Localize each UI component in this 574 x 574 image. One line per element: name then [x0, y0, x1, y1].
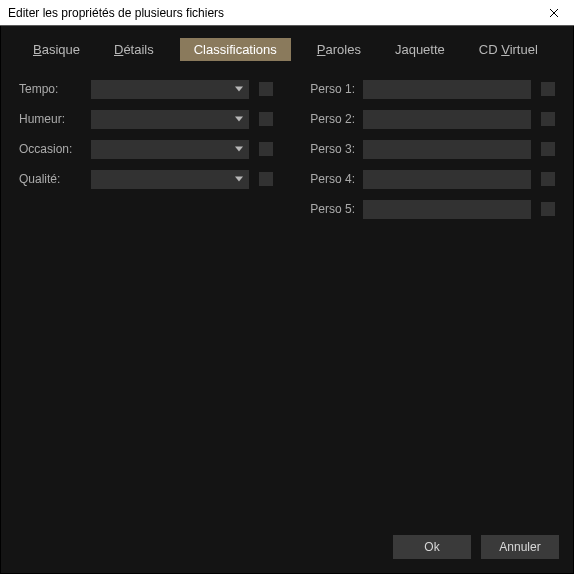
tab-bar: Basique Détails Classifications Paroles …: [1, 26, 573, 71]
label-humeur: Humeur:: [19, 112, 91, 126]
checkbox-humeur[interactable]: [259, 112, 273, 126]
right-column: Perso 1: Perso 2: Perso 3: Perso 4: Pers: [301, 79, 555, 525]
select-humeur[interactable]: [91, 110, 249, 129]
label-perso5: Perso 5:: [301, 202, 363, 216]
tab-classifications[interactable]: Classifications: [180, 38, 291, 61]
row-perso1: Perso 1:: [301, 79, 555, 99]
chevron-down-icon: [235, 117, 243, 122]
label-occasion: Occasion:: [19, 142, 91, 156]
row-perso3: Perso 3:: [301, 139, 555, 159]
input-perso1[interactable]: [363, 80, 531, 99]
checkbox-qualite[interactable]: [259, 172, 273, 186]
row-perso5: Perso 5:: [301, 199, 555, 219]
checkbox-tempo[interactable]: [259, 82, 273, 96]
label-qualite: Qualité:: [19, 172, 91, 186]
select-occasion[interactable]: [91, 140, 249, 159]
ok-button[interactable]: Ok: [393, 535, 471, 559]
row-perso4: Perso 4:: [301, 169, 555, 189]
row-humeur: Humeur:: [19, 109, 273, 129]
input-perso5[interactable]: [363, 200, 531, 219]
select-tempo[interactable]: [91, 80, 249, 99]
dialog-content: Basique Détails Classifications Paroles …: [0, 26, 574, 574]
select-qualite[interactable]: [91, 170, 249, 189]
checkbox-perso5[interactable]: [541, 202, 555, 216]
row-occasion: Occasion:: [19, 139, 273, 159]
close-button[interactable]: [534, 0, 574, 26]
tab-cd-virtuel[interactable]: CD Virtuel: [471, 38, 546, 61]
row-tempo: Tempo:: [19, 79, 273, 99]
tab-basique[interactable]: Basique: [25, 38, 88, 61]
label-tempo: Tempo:: [19, 82, 91, 96]
checkbox-perso4[interactable]: [541, 172, 555, 186]
form-area: Tempo: Humeur: Occasion: Qualité:: [1, 71, 573, 525]
tab-paroles[interactable]: Paroles: [309, 38, 369, 61]
checkbox-perso2[interactable]: [541, 112, 555, 126]
left-column: Tempo: Humeur: Occasion: Qualité:: [19, 79, 273, 525]
input-perso2[interactable]: [363, 110, 531, 129]
ok-label: Ok: [424, 540, 439, 554]
window-title: Editer les propriétés de plusieurs fichi…: [8, 6, 534, 20]
input-perso3[interactable]: [363, 140, 531, 159]
row-qualite: Qualité:: [19, 169, 273, 189]
checkbox-perso3[interactable]: [541, 142, 555, 156]
tab-details[interactable]: Détails: [106, 38, 162, 61]
titlebar: Editer les propriétés de plusieurs fichi…: [0, 0, 574, 26]
row-perso2: Perso 2:: [301, 109, 555, 129]
input-perso4[interactable]: [363, 170, 531, 189]
label-perso2: Perso 2:: [301, 112, 363, 126]
chevron-down-icon: [235, 147, 243, 152]
chevron-down-icon: [235, 87, 243, 92]
label-perso3: Perso 3:: [301, 142, 363, 156]
close-icon: [549, 8, 559, 18]
label-perso1: Perso 1:: [301, 82, 363, 96]
tab-jaquette[interactable]: Jaquette: [387, 38, 453, 61]
footer: Ok Annuler: [1, 525, 573, 573]
label-perso4: Perso 4:: [301, 172, 363, 186]
chevron-down-icon: [235, 177, 243, 182]
cancel-label: Annuler: [499, 540, 540, 554]
cancel-button[interactable]: Annuler: [481, 535, 559, 559]
checkbox-perso1[interactable]: [541, 82, 555, 96]
checkbox-occasion[interactable]: [259, 142, 273, 156]
